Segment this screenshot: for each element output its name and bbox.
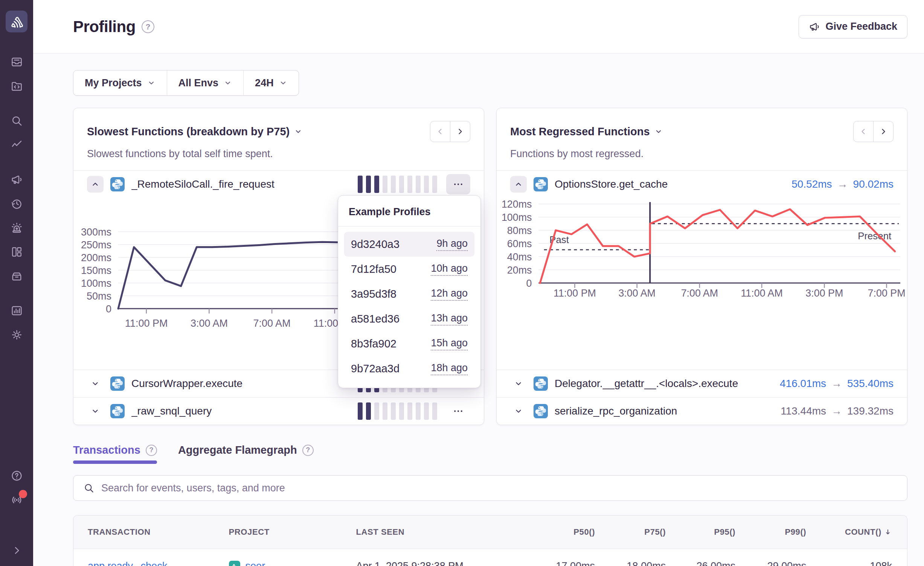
most-regressed-panel: Most Regressed Functions Functions by mo…: [496, 108, 907, 425]
profile-age[interactable]: 12h ago: [431, 288, 468, 301]
tab-transactions[interactable]: Transactions ?: [73, 444, 157, 464]
svg-text:300ms: 300ms: [81, 226, 111, 238]
profile-id[interactable]: 8b3fa902: [351, 338, 396, 350]
svg-text:200ms: 200ms: [81, 252, 111, 263]
line-chart: 120ms100ms80ms60ms40ms20ms011:00 PM3:00 …: [497, 198, 907, 370]
transaction-link[interactable]: app.ready._check: [88, 560, 167, 566]
column-header-p75[interactable]: P75(): [595, 527, 666, 537]
column-header-project[interactable]: PROJECT: [229, 527, 356, 537]
sidebar-item-traces[interactable]: [8, 136, 25, 153]
expand-row-button[interactable]: [87, 375, 104, 392]
column-header-label: P99(): [785, 527, 807, 537]
sidebar: [0, 0, 33, 566]
project-link[interactable]: seer: [245, 560, 265, 566]
project-filter-label: My Projects: [85, 77, 142, 89]
sidebar-item-projects[interactable]: [8, 78, 25, 94]
svg-text:0: 0: [106, 303, 111, 315]
function-row[interactable]: _RemoteSiloCall._fire_request: [73, 171, 484, 198]
sidebar-item-issues[interactable]: [8, 54, 25, 70]
collapse-row-button[interactable]: [87, 176, 104, 193]
sidebar-item-settings[interactable]: [8, 326, 25, 343]
previous-page-button[interactable]: [430, 121, 450, 142]
function-row[interactable]: serialize_rpc_organization113.44ms→139.3…: [497, 398, 907, 425]
duration-bar: [424, 402, 429, 420]
feedback-icon: [11, 173, 23, 186]
profile-id[interactable]: 3a95d3f8: [351, 288, 396, 300]
profile-id[interactable]: 9d3240a3: [351, 238, 399, 251]
profile-id[interactable]: 7d12fa50: [351, 263, 396, 275]
project-icon: [229, 561, 240, 566]
profile-item[interactable]: 3a95d3f812h ago: [344, 281, 474, 306]
sidebar-item-stats[interactable]: [8, 302, 25, 319]
profile-age[interactable]: 9h ago: [436, 238, 468, 251]
duration-bar: [366, 176, 371, 193]
regression-delta[interactable]: 113.44ms→139.32ms: [781, 405, 894, 417]
profile-age[interactable]: 13h ago: [431, 312, 468, 326]
more-options-button[interactable]: [446, 401, 470, 421]
date-range-filter[interactable]: 24H: [243, 70, 299, 95]
collapse-row-button[interactable]: [510, 176, 527, 193]
profile-age[interactable]: 18h ago: [431, 362, 468, 375]
aggregate-flamegraph-help-icon[interactable]: ?: [302, 445, 314, 456]
sidebar-item-alerts[interactable]: [8, 219, 25, 236]
column-header-lastseen[interactable]: LAST SEEN: [356, 527, 527, 537]
help-icon: [11, 470, 23, 482]
sidebar-item-replays[interactable]: [8, 195, 25, 212]
profile-item[interactable]: 7d12fa5010h ago: [344, 257, 474, 281]
sidebar-item-whats-new[interactable]: [8, 491, 25, 508]
expand-icon: [11, 544, 23, 557]
search-input[interactable]: [101, 482, 897, 494]
regression-delta[interactable]: 50.52ms→90.02ms: [791, 178, 894, 190]
profile-item[interactable]: 8b3fa90215h ago: [344, 331, 474, 356]
arrow-right-icon: →: [831, 405, 842, 417]
sidebar-item-help[interactable]: [8, 467, 25, 484]
profile-age[interactable]: 15h ago: [431, 337, 468, 350]
previous-page-button[interactable]: [853, 121, 874, 142]
svg-text:250ms: 250ms: [81, 239, 111, 251]
environment-filter[interactable]: All Envs: [167, 70, 244, 95]
give-feedback-button[interactable]: Give Feedback: [799, 15, 907, 38]
sidebar-item-releases[interactable]: [8, 268, 25, 284]
expand-row-button[interactable]: [510, 375, 527, 392]
sidebar-item-dashboards[interactable]: [8, 243, 25, 260]
expand-row-button[interactable]: [87, 403, 104, 419]
expand-row-button[interactable]: [510, 403, 527, 419]
next-page-button[interactable]: [450, 121, 470, 142]
column-header-p50[interactable]: P50(): [528, 527, 595, 537]
profile-item[interactable]: 9b72aa3d18h ago: [344, 356, 474, 381]
python-icon: [110, 376, 125, 391]
profile-item[interactable]: 9d3240a39h ago: [344, 232, 474, 257]
profile-id[interactable]: a581ed36: [351, 313, 399, 325]
page-help-icon[interactable]: ?: [142, 20, 154, 33]
project-filter[interactable]: My Projects: [73, 70, 167, 95]
transactions-help-icon[interactable]: ?: [146, 445, 157, 456]
profile-item[interactable]: a581ed3613h ago: [344, 306, 474, 331]
sidebar-item-feedback[interactable]: [8, 171, 25, 188]
project-cell: seer: [229, 560, 356, 566]
function-row[interactable]: _raw_snql_query: [73, 398, 484, 425]
column-header-p99[interactable]: P99(): [735, 527, 806, 537]
function-row[interactable]: OptionsStore.get_cache50.52ms→90.02ms: [497, 171, 907, 198]
more-options-button[interactable]: [446, 174, 470, 194]
profile-age[interactable]: 10h ago: [431, 263, 468, 276]
sentry-logo[interactable]: [6, 11, 27, 32]
column-header-count[interactable]: COUNT(): [806, 527, 892, 537]
column-header-transaction[interactable]: TRANSACTION: [88, 527, 229, 537]
column-header-p95[interactable]: P95(): [666, 527, 735, 537]
sidebar-expand-button[interactable]: [8, 542, 25, 558]
sidebar-item-explore[interactable]: [8, 112, 25, 129]
environment-filter-label: All Envs: [178, 77, 219, 89]
profile-id[interactable]: 9b72aa3d: [351, 363, 399, 375]
function-row[interactable]: Delegator.__getattr__.<locals>.execute41…: [497, 370, 907, 397]
function-name: _RemoteSiloCall._fire_request: [131, 178, 274, 190]
svg-text:100ms: 100ms: [502, 212, 532, 223]
regressed-panel-title[interactable]: Most Regressed Functions: [510, 125, 663, 138]
svg-text:50ms: 50ms: [87, 291, 111, 302]
tab-aggregate-flamegraph[interactable]: Aggregate Flamegraph ?: [178, 444, 314, 464]
regression-delta[interactable]: 416.01ms→535.40ms: [780, 378, 894, 390]
next-page-button[interactable]: [873, 121, 894, 142]
slowest-panel-title[interactable]: Slowest Functions (breakdown by P75): [87, 125, 302, 138]
duration-bar: [432, 176, 437, 193]
table-row[interactable]: app.ready._checkseerApr 1, 2025 9:28:38 …: [73, 549, 907, 566]
stats-icon: [11, 304, 23, 317]
